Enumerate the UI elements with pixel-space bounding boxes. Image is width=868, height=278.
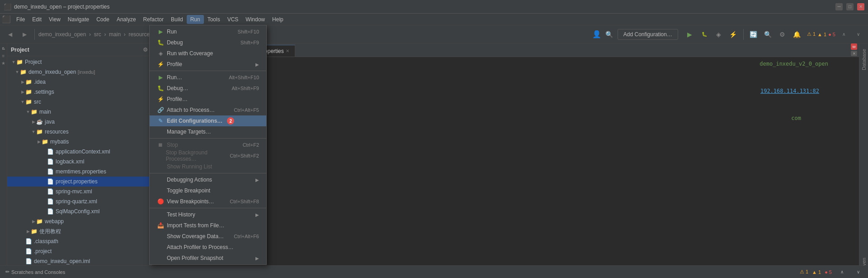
- run-menu-attach-profiler[interactable]: Attach Profiler to Process…: [150, 242, 266, 253]
- close-button[interactable]: ✕: [857, 3, 864, 10]
- app-logo: ⬛: [4, 3, 11, 10]
- menu-help[interactable]: Help: [269, 15, 287, 24]
- stop-bg-label: Stop Background Processes…: [166, 149, 230, 162]
- run-menu-show-coverage[interactable]: Show Coverage Data… Ctrl+Alt+F6: [150, 231, 266, 242]
- project-icon[interactable]: P: [0, 45, 7, 52]
- window-title: demo_inxedu_open – project.properties: [14, 4, 109, 10]
- update-button[interactable]: 🔄: [747, 28, 760, 41]
- tree-item-memtimes[interactable]: ▶ 📄 memtimes.properties: [7, 167, 151, 177]
- tree-item-idea[interactable]: ▶ 📁 .idea: [7, 77, 151, 87]
- warning-badge: ⚠ 1: [800, 269, 808, 275]
- run-menu-profile-dots[interactable]: ⚡ Profile…: [150, 94, 266, 105]
- run-menu-test-history[interactable]: Test History ▶: [150, 209, 266, 220]
- menu-tools[interactable]: Tools: [204, 15, 224, 24]
- manage-targets-label: Manage Targets…: [167, 129, 211, 135]
- menu-navigate[interactable]: Navigate: [64, 15, 93, 24]
- debugging-actions-arrow: ▶: [255, 177, 259, 182]
- run-menu-import-tests[interactable]: 📥 Import Tests from File…: [150, 220, 266, 231]
- show-coverage-shortcut: Ctrl+Alt+F6: [234, 234, 259, 239]
- tree-item-sqlmap[interactable]: ▶ 📄 SqlMapConfig.xml: [7, 206, 151, 216]
- debug-button[interactable]: 🐛: [698, 28, 711, 41]
- menu-code[interactable]: Code: [93, 15, 113, 24]
- forward-button[interactable]: ▶: [18, 28, 31, 41]
- structure-icon[interactable]: ≡: [0, 53, 7, 59]
- debug-item-label: Debug: [167, 39, 183, 46]
- user-icon: 👤: [592, 30, 601, 38]
- search-everywhere-button[interactable]: 🔍: [603, 28, 616, 41]
- menu-edit[interactable]: Edit: [28, 15, 45, 24]
- database-panel-button[interactable]: Database: [860, 45, 868, 74]
- editor-background-text: demo_inxedu_v2_0_open: [756, 57, 832, 71]
- menu-refactor[interactable]: Refactor: [140, 15, 167, 24]
- menu-build[interactable]: Build: [167, 15, 187, 24]
- separator-3: [150, 173, 266, 173]
- expand-problems-button[interactable]: ∧: [837, 28, 850, 41]
- view-bp-label: View Breakpoints…: [167, 198, 214, 205]
- tree-item-logback[interactable]: ▶ 📄 logback.xml: [7, 157, 151, 167]
- project-gear-icon[interactable]: ⚙: [143, 47, 148, 53]
- run-menu-toggle-breakpoint[interactable]: Toggle Breakpoint: [150, 185, 266, 196]
- stop-bg-shortcut: Ctrl+Shift+F2: [230, 153, 259, 158]
- coverage-button[interactable]: ◈: [712, 28, 725, 41]
- run-menu-debugging-actions[interactable]: Debugging Actions ▶: [150, 174, 266, 185]
- run-menu-open-profiler-snapshot[interactable]: Open Profiler Snapshot ▶: [150, 253, 266, 264]
- run-menu-run[interactable]: ▶ Run Shift+F10: [150, 26, 266, 37]
- run-menu-debug-dots[interactable]: 🐛 Debug… Alt+Shift+F9: [150, 83, 266, 94]
- run-dropdown-menu: ▶ Run Shift+F10 🐛 Debug Shift+F9 ◈ Run w…: [149, 25, 267, 265]
- edit-config-label: Edit Configurations…: [167, 118, 222, 124]
- tree-item-project-properties[interactable]: ▶ 📄 project.properties: [7, 177, 151, 187]
- run-menu-profile[interactable]: ⚡ Profile ▶: [150, 59, 266, 70]
- tree-item-resources[interactable]: ▼ 📁 resources: [7, 127, 151, 137]
- editor-ip-text: 192.168.114.131:82: [757, 84, 823, 98]
- profile-item-arrow: ▶: [255, 62, 259, 67]
- collapse-problems-button[interactable]: ∨: [852, 28, 864, 41]
- scratches-tab[interactable]: ✏ Scratches and Consoles: [4, 269, 67, 275]
- run-menu-manage-targets[interactable]: Manage Targets…: [150, 126, 266, 137]
- minimize-button[interactable]: ─: [835, 3, 843, 10]
- search-button[interactable]: 🔍: [762, 28, 774, 41]
- notifications-button[interactable]: 🔔: [791, 28, 803, 41]
- run-menu-debug[interactable]: 🐛 Debug Shift+F9: [150, 37, 266, 48]
- tree-item-demo-inxedu[interactable]: ▼ 📁 demo_inxedu_open [inxedu]: [7, 67, 151, 77]
- menu-view[interactable]: View: [45, 15, 64, 24]
- expand-button[interactable]: ∧: [835, 266, 848, 278]
- tree-item-src[interactable]: ▼ 📁 src: [7, 97, 151, 107]
- favorites-icon[interactable]: ★: [0, 60, 7, 66]
- settings-button[interactable]: ⚙: [776, 28, 789, 41]
- project-tab-close[interactable]: ✕: [286, 48, 289, 53]
- back-button[interactable]: ◀: [4, 28, 16, 41]
- maximize-button[interactable]: □: [846, 3, 854, 10]
- tree-item-classpath[interactable]: ▶ 📄 .classpath: [7, 236, 151, 246]
- separator-4: [150, 208, 266, 208]
- menu-vcs[interactable]: VCS: [224, 15, 242, 24]
- run-menu-view-breakpoints[interactable]: 🔴 View Breakpoints… Ctrl+Shift+F8: [150, 196, 266, 207]
- stop-shortcut: Ctrl+F2: [243, 142, 259, 148]
- tree-item-main[interactable]: ▼ 📁 main: [7, 107, 151, 117]
- add-configuration-button[interactable]: Add Configuration…: [618, 29, 678, 40]
- profile-button[interactable]: ⚡: [727, 28, 740, 41]
- tree-item-mybatis[interactable]: ▶ 📁 mybatis: [7, 137, 151, 147]
- tree-item-settings[interactable]: ▶ 📁 .settings: [7, 87, 151, 97]
- tree-item-iml[interactable]: ▶ 📄 demo_inxedu_open.iml: [7, 256, 151, 266]
- tree-item-java[interactable]: ▶ ☕ java: [7, 117, 151, 127]
- run-button[interactable]: ▶: [684, 28, 696, 41]
- add-config-container: Add Configuration…: [618, 29, 678, 40]
- tree-item-spring-quartz[interactable]: ▶ 📄 spring-quartz.xml: [7, 197, 151, 206]
- run-menu-attach[interactable]: 🔗 Attach to Process… Ctrl+Alt+F5: [150, 105, 266, 115]
- main-content: P ≡ ★ Project ⚙ ▼ 📁 Project ▼ 📁 de: [0, 43, 868, 278]
- tree-item-appcontext[interactable]: ▶ 📄 applicationContext.xml: [7, 147, 151, 157]
- run-menu-coverage[interactable]: ◈ Run with Coverage: [150, 48, 266, 59]
- menu-file[interactable]: File: [13, 15, 28, 24]
- tree-item-webapp[interactable]: ▶ 📁 webapp: [7, 216, 151, 226]
- menu-run[interactable]: Run: [187, 15, 204, 24]
- tree-item-tutorial[interactable]: ▶ 📁 使用教程: [7, 226, 151, 236]
- run-menu-edit-configurations[interactable]: ✎ Edit Configurations… 2: [150, 115, 266, 126]
- collapse-button[interactable]: ∨: [852, 266, 864, 278]
- attach-shortcut: Ctrl+Alt+F5: [234, 107, 259, 113]
- menu-window[interactable]: Window: [242, 15, 269, 24]
- tree-item-dot-project[interactable]: ▶ 📄 .project: [7, 246, 151, 256]
- tree-item-spring-mvc[interactable]: ▶ 📄 spring-mvc.xml: [7, 187, 151, 197]
- menu-analyze[interactable]: Analyze: [113, 15, 140, 24]
- run-menu-run-dots[interactable]: ▶ Run… Alt+Shift+F10: [150, 72, 266, 83]
- tree-item-project-root[interactable]: ▼ 📁 Project: [7, 57, 151, 67]
